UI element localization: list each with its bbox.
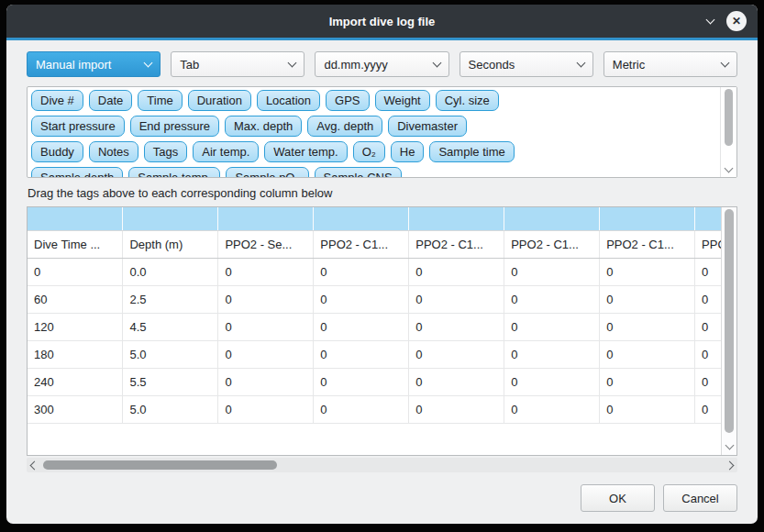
tag-o[interactable]: O₂ [353, 141, 385, 162]
chevron-down-icon [144, 59, 153, 68]
combobox-field-separator[interactable]: Tab [171, 51, 304, 77]
table-cell: 0.0 [123, 258, 218, 285]
combobox-value: Tab [180, 58, 289, 72]
tag-sample-temp[interactable]: Sample temp. [128, 167, 220, 178]
tag-duration[interactable]: Duration [188, 90, 251, 111]
ok-button[interactable]: OK [581, 484, 655, 512]
close-icon: ✕ [732, 15, 741, 28]
chevron-down-icon [432, 59, 441, 68]
combobox-units[interactable]: Metric [603, 51, 737, 77]
data-grid: Dive Time ...Depth (m)PPO2 - Se...PPO2 -… [28, 207, 721, 424]
table-row: 1805.0000000 [28, 340, 721, 368]
column-drop-target[interactable] [504, 207, 600, 230]
table-cell: 0 [409, 258, 504, 285]
combobox-import-mode[interactable]: Manual import [27, 51, 161, 77]
scrollbar-thumb[interactable] [43, 460, 277, 470]
table-cell: 0 [314, 340, 409, 368]
column-drop-target[interactable] [218, 207, 314, 230]
tag-avg-depth[interactable]: Avg. depth [307, 116, 382, 137]
tag-list: Dive #DateTimeDurationLocationGPSWeightC… [31, 90, 716, 178]
table-cell: 0 [504, 313, 600, 340]
tag-location[interactable]: Location [257, 90, 320, 111]
tag-sample-time[interactable]: Sample time [429, 141, 514, 162]
column-drop-target[interactable] [123, 207, 218, 230]
import-preview-table: Dive Time ...Depth (m)PPO2 - Se...PPO2 -… [27, 206, 737, 456]
window-title: Import dive log file [329, 15, 436, 28]
table-cell: 4.5 [123, 313, 218, 340]
combobox-value: dd.mm.yyyy [324, 58, 433, 72]
table-cell: 5.0 [123, 395, 218, 423]
combobox-value: Seconds [469, 58, 578, 72]
chevron-down-icon [288, 59, 297, 68]
table-vertical-scrollbar[interactable] [721, 207, 736, 455]
shade-window-chevron-down-icon[interactable] [706, 16, 715, 25]
tag-dive[interactable]: Dive # [31, 90, 83, 111]
table-cell: 0 [695, 313, 721, 340]
tag-cyl-size[interactable]: Cyl. size [436, 90, 499, 111]
combobox-date-format[interactable]: dd.mm.yyyy [315, 51, 448, 77]
tag-notes[interactable]: Notes [89, 141, 138, 162]
tag-air-temp[interactable]: Air temp. [193, 141, 259, 162]
scrollbar-thumb[interactable] [725, 89, 733, 146]
table-cell: 0 [409, 313, 504, 340]
table-viewport: Dive Time ...Depth (m)PPO2 - Se...PPO2 -… [28, 207, 721, 455]
header-row: Dive Time ...Depth (m)PPO2 - Se...PPO2 -… [28, 230, 721, 258]
column-header: Depth (m) [123, 230, 218, 258]
scroll-right-arrow-icon[interactable] [725, 461, 735, 471]
table-row: 3005.0000000 [28, 395, 721, 423]
table-cell: 0 [695, 258, 721, 285]
tag-sample-depth[interactable]: Sample depth [31, 167, 123, 178]
table-cell: 240 [28, 368, 123, 395]
column-drop-target[interactable] [28, 207, 123, 230]
table-cell: 0 [695, 340, 721, 368]
table-cell: 0 [314, 368, 409, 395]
tag-area-scrollbar[interactable] [720, 87, 736, 177]
table-cell: 0 [409, 395, 504, 423]
table-cell: 60 [28, 285, 123, 313]
column-drop-target[interactable] [600, 207, 695, 230]
tag-date[interactable]: Date [89, 90, 132, 111]
drop-target-row [28, 207, 721, 230]
column-drop-target[interactable] [314, 207, 409, 230]
cancel-button[interactable]: Cancel [663, 484, 737, 512]
table-cell: 0 [695, 368, 721, 395]
tag-water-temp[interactable]: Water temp. [264, 141, 347, 162]
close-window-button[interactable]: ✕ [726, 11, 747, 31]
tag-buddy[interactable]: Buddy [31, 141, 83, 162]
tag-max-depth[interactable]: Max. depth [225, 116, 302, 137]
drag-instruction-text: Drag the tags above to each correspondin… [28, 186, 736, 200]
tag-sample-cns[interactable]: Sample CNS [315, 167, 402, 178]
scroll-down-arrow-icon[interactable] [725, 441, 735, 450]
table-cell: 0 [600, 285, 695, 313]
tag-gps[interactable]: GPS [326, 90, 369, 111]
table-horizontal-scrollbar[interactable] [27, 458, 737, 472]
table-cell: 2.5 [123, 285, 218, 313]
column-header: PPO2 - C1... [409, 230, 504, 258]
tag-start-pressure[interactable]: Start pressure [31, 116, 125, 137]
table-cell: 0 [218, 340, 314, 368]
tag-tags[interactable]: Tags [144, 141, 187, 162]
tag-sample-po[interactable]: Sample pO₂ [226, 167, 308, 178]
titlebar[interactable]: Import dive log file ✕ [6, 5, 758, 38]
titlebar-controls: ✕ [707, 5, 747, 38]
combobox-duration-format[interactable]: Seconds [460, 51, 593, 77]
scrollbar-thumb[interactable] [725, 209, 734, 433]
tag-weight[interactable]: Weight [375, 90, 430, 111]
chevron-down-icon [576, 59, 585, 68]
scroll-down-arrow-icon[interactable] [725, 164, 734, 173]
tag-end-pressure[interactable]: End pressure [130, 116, 219, 137]
tag-time[interactable]: Time [138, 90, 182, 111]
scroll-left-arrow-icon[interactable] [30, 461, 39, 471]
table-row: 1204.5000000 [28, 313, 721, 340]
table-cell: 0 [600, 340, 695, 368]
table-cell: 0 [314, 285, 409, 313]
column-drop-target[interactable] [695, 207, 721, 230]
tag-he[interactable]: He [391, 141, 425, 162]
column-header: PPO2 - C1... [314, 230, 409, 258]
tag-divemaster[interactable]: Divemaster [388, 116, 467, 137]
tag-row: BuddyNotesTagsAir temp.Water temp.O₂HeSa… [31, 141, 716, 162]
column-header: Dive Time ... [28, 230, 123, 258]
table-cell: 120 [28, 313, 123, 340]
table-cell: 0 [28, 258, 123, 285]
column-drop-target[interactable] [409, 207, 504, 230]
